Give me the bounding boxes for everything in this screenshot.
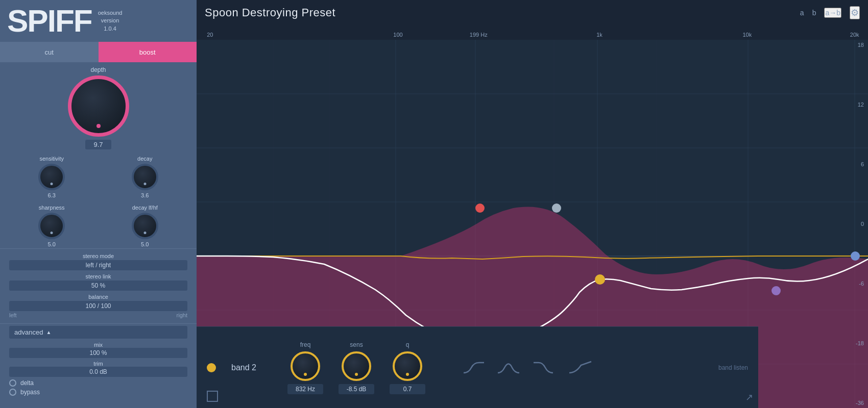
bell-shape-icon[interactable] bbox=[497, 358, 520, 378]
sens-knob-group: sens -8.5 dB bbox=[339, 341, 374, 394]
depth-value: 9.7 bbox=[85, 140, 111, 149]
band-dot bbox=[207, 363, 216, 372]
shelf-shape-icon[interactable] bbox=[568, 358, 592, 378]
decay-value: 3.6 bbox=[141, 192, 149, 198]
sens-knob-label: sens bbox=[350, 341, 363, 348]
band-name: band 2 bbox=[231, 363, 272, 372]
filter-shapes bbox=[461, 358, 592, 378]
balance-left: left bbox=[9, 312, 17, 318]
stereo-link-row: stereo link 50 % bbox=[9, 273, 187, 291]
decay-lfhf-value: 5.0 bbox=[141, 241, 149, 247]
ab-b-button[interactable]: b bbox=[812, 9, 816, 17]
mix-label: mix bbox=[9, 342, 187, 348]
db-tick-0: 0 bbox=[856, 221, 864, 227]
db-tick-n36: -36 bbox=[856, 400, 864, 406]
top-bar: Spoon Destroying Preset a b a→b ⚙ bbox=[197, 0, 868, 26]
freq-knob-label: freq bbox=[300, 341, 311, 348]
freq-tick-10k: 10k bbox=[742, 32, 752, 38]
sensitivity-value: 6.3 bbox=[48, 192, 56, 198]
corner-arrow-icon: ↗ bbox=[745, 392, 753, 403]
bypass-label: bypass bbox=[20, 389, 40, 396]
sens-knob[interactable] bbox=[342, 351, 371, 381]
band2-dot[interactable] bbox=[595, 274, 605, 285]
sharpness-group: sharpness 5.0 bbox=[38, 205, 65, 247]
decay-label: decay bbox=[137, 156, 152, 162]
db-axis: 18 12 6 0 -6 -18 -36 bbox=[856, 40, 864, 408]
cut-button[interactable]: cut bbox=[0, 42, 99, 62]
bypass-row: bypass bbox=[9, 389, 187, 396]
freq-axis: 20 100 199 Hz 1k 10k 20k bbox=[197, 26, 868, 40]
settings-button[interactable]: ⚙ bbox=[850, 6, 860, 19]
sidebar: SPIFF oeksound version 1.0.4 cut boost d… bbox=[0, 0, 197, 408]
stereo-link-value[interactable]: 50 % bbox=[9, 280, 187, 291]
balance-value[interactable]: 100 / 100 bbox=[9, 301, 187, 311]
top-bar-controls: a b a→b ⚙ bbox=[800, 6, 860, 19]
freq-knob[interactable] bbox=[291, 351, 320, 381]
band-panel: band 2 freq 832 Hz sens -8.5 dB q 0.7 bbox=[197, 326, 758, 408]
logo-area: SPIFF oeksound version 1.0.4 bbox=[0, 0, 197, 42]
freq-tick-100: 100 bbox=[393, 32, 402, 38]
advanced-label: advanced bbox=[14, 328, 43, 336]
band4-dot[interactable] bbox=[771, 286, 781, 295]
freq-display: 20 100 199 Hz 1k 10k 20k 18 12 6 0 -6 -1… bbox=[197, 26, 868, 408]
stereo-mode-label: stereo mode bbox=[9, 253, 187, 259]
balance-right: right bbox=[177, 312, 187, 318]
db-tick-6: 6 bbox=[856, 161, 864, 167]
decay-lfhf-group: decay lf/hf 5.0 bbox=[132, 205, 158, 247]
db-tick-n6: -6 bbox=[856, 280, 864, 287]
preset-name: Spoon Destroying Preset bbox=[205, 6, 335, 19]
band-square-icon[interactable] bbox=[207, 391, 218, 402]
freq-tick-1k: 1k bbox=[596, 32, 602, 38]
decay-group: decay 3.6 bbox=[132, 156, 158, 198]
delta-radio[interactable] bbox=[9, 379, 16, 387]
decay-lfhf-knob[interactable] bbox=[132, 213, 158, 239]
q-knob[interactable] bbox=[393, 351, 422, 381]
q-knob-group: q 0.7 bbox=[390, 341, 425, 394]
band1-dot[interactable] bbox=[475, 203, 485, 213]
stereo-section: stereo mode left / right stereo link 50 … bbox=[0, 248, 197, 323]
advanced-header[interactable]: advanced ▲ bbox=[9, 326, 187, 339]
trim-label: trim bbox=[9, 361, 187, 367]
sensitivity-label: sensitivity bbox=[39, 156, 64, 162]
bypass-radio[interactable] bbox=[9, 389, 16, 396]
version-text: oeksound version 1.0.4 bbox=[98, 9, 123, 33]
trim-value[interactable]: 0.0 dB bbox=[9, 367, 187, 377]
delta-label: delta bbox=[20, 379, 34, 387]
band-listen-label: band listen bbox=[718, 364, 748, 371]
q-knob-label: q bbox=[406, 341, 409, 348]
mix-value[interactable]: 100 % bbox=[9, 348, 187, 358]
q-value: 0.7 bbox=[390, 384, 425, 394]
highcut-shape-icon[interactable] bbox=[533, 358, 556, 378]
stereo-mode-value[interactable]: left / right bbox=[9, 260, 187, 270]
boost-button[interactable]: boost bbox=[99, 42, 197, 62]
sensitivity-knob[interactable] bbox=[38, 164, 65, 190]
freq-tick-20: 20 bbox=[207, 32, 213, 38]
small-knobs-row-2: sharpness 5.0 decay lf/hf 5.0 bbox=[0, 199, 197, 248]
ab-copy-button[interactable]: a→b bbox=[824, 8, 841, 18]
cut-boost-row: cut boost bbox=[0, 42, 197, 62]
sharpness-value: 5.0 bbox=[48, 241, 56, 247]
ab-a-button[interactable]: a bbox=[800, 9, 804, 17]
sharpness-label: sharpness bbox=[39, 205, 65, 211]
decay-lfhf-label: decay lf/hf bbox=[132, 205, 158, 211]
db-tick-n18: -18 bbox=[856, 340, 864, 346]
freq-knob-group: freq 832 Hz bbox=[287, 341, 323, 394]
decay-knob[interactable] bbox=[132, 164, 158, 190]
stereo-mode-row: stereo mode left / right bbox=[9, 253, 187, 270]
stereo-link-label: stereo link bbox=[9, 273, 187, 279]
sensitivity-group: sensitivity 6.3 bbox=[38, 156, 65, 198]
lowcut-shape-icon[interactable] bbox=[461, 358, 485, 378]
depth-area: depth 9.7 bbox=[0, 62, 197, 150]
db-tick-12: 12 bbox=[856, 101, 864, 108]
mix-row: mix 100 % bbox=[9, 342, 187, 358]
depth-label: depth bbox=[90, 66, 106, 73]
depth-knob[interactable] bbox=[68, 75, 129, 137]
freq-value: 832 Hz bbox=[287, 384, 323, 394]
balance-label: balance bbox=[9, 294, 187, 300]
band3-dot[interactable] bbox=[552, 203, 561, 213]
advanced-arrow-icon: ▲ bbox=[46, 329, 51, 335]
trim-row: trim 0.0 dB bbox=[9, 361, 187, 377]
sharpness-knob[interactable] bbox=[38, 213, 65, 239]
advanced-section: advanced ▲ mix 100 % trim 0.0 dB delta b… bbox=[0, 323, 197, 400]
small-knobs-row-1: sensitivity 6.3 decay 3.6 bbox=[0, 150, 197, 199]
